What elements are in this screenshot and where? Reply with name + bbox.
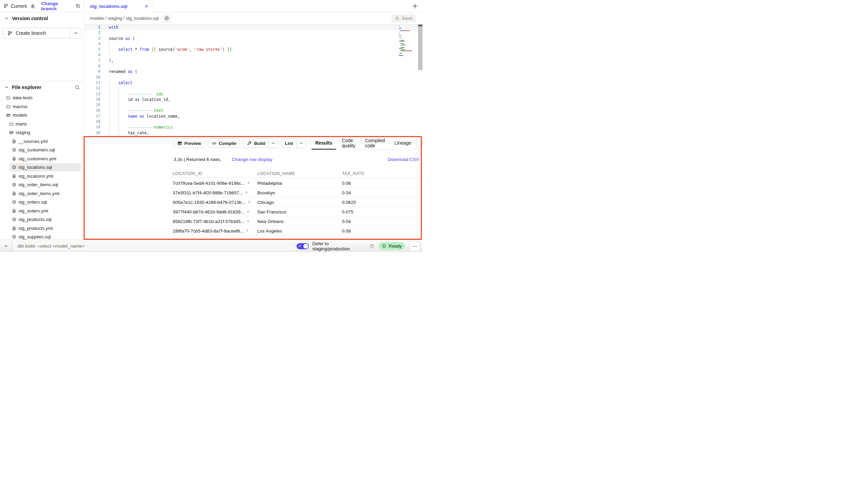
change-row-display-link[interactable]: Change row display [232,157,272,162]
file-item-stg-customers-yml[interactable]: stg_customers.yml [0,154,84,163]
doc-icon [12,209,16,213]
build-button[interactable]: Build [243,138,278,148]
code-line-13: ---------- ids [109,91,232,97]
dbt-cloud-ide: Current Change branch Version control Cr… [0,0,422,252]
create-branch-dropdown[interactable] [70,28,81,38]
code-line-8 [109,63,232,69]
status-circle-icon [382,244,386,248]
expand-chevron-icon[interactable] [245,191,248,194]
chevron-down-icon [4,16,9,21]
collapse-panel-button[interactable] [0,244,12,248]
file-item-stg-products-sql[interactable]: stg_products.sql [0,215,84,224]
new-tab-button[interactable] [412,3,418,9]
defer-toggle[interactable] [297,243,309,249]
cube-icon [12,165,16,169]
tab-compiled-code[interactable]: Compiled code [360,136,390,150]
file-item-label: stg_customers.yml [18,156,56,161]
lock-icon [31,4,35,8]
file-item-label: __sources.yml [18,139,48,144]
version-control-header[interactable]: Version control [0,12,84,25]
file-item-label: marts [16,121,27,127]
save-button[interactable]: Save [391,14,416,23]
code-line-4 [109,41,232,47]
file-item-stg-locations-sql[interactable]: stg_locations.sql [0,163,84,172]
file-explorer-title: File explorer [12,85,41,90]
expand-chevron-icon[interactable] [247,200,251,204]
file-item-models[interactable]: models [0,111,84,120]
file-tree: data-testsmacrosmodelsmartsstaging__sour… [0,93,84,241]
search-icon[interactable] [75,85,80,90]
close-icon[interactable] [144,4,149,9]
table-icon [177,141,182,146]
code-minimap[interactable] [399,25,418,56]
file-item-label: stg_orders.sql [18,199,47,205]
more-options-button[interactable] [410,241,420,251]
file-item-macros[interactable]: macros [0,102,84,111]
file-item-data-tests[interactable]: data-tests [0,93,84,102]
navigate-button[interactable] [162,14,171,23]
tab-results[interactable]: Results [311,136,337,150]
check-icon [298,244,301,248]
statusbar-divider [12,240,12,252]
file-item-label: staging [16,130,30,135]
scrollbar-thumb[interactable] [418,25,422,26]
indent-guide [109,41,110,58]
download-csv-link[interactable]: Download CSV [388,157,419,162]
build-dropdown[interactable] [269,139,278,148]
sidebar: Current Change branch Version control Cr… [0,0,84,240]
create-branch-button[interactable]: Create branch [2,28,82,39]
file-item--sources-yml[interactable]: __sources.yml [0,137,84,146]
lint-button[interactable]: Lint [281,138,306,148]
file-item-label: stg_locations.sql [18,165,52,170]
tab-code-quality[interactable]: Code quality [337,136,360,150]
file-item-label: stg_supplies.sql [18,234,51,239]
button-label: Compile [219,141,236,146]
ready-status-badge[interactable]: Ready [378,242,405,250]
button-label: Build [254,141,265,146]
preview-button[interactable]: Preview [173,138,205,148]
cube-icon [12,148,16,152]
editor-scrollbar[interactable] [418,25,422,70]
cube-icon [12,235,16,239]
compile-button[interactable]: Compile [208,138,240,148]
expand-chevron-icon[interactable] [246,219,250,223]
file-item-stg-customers-sql[interactable]: stg_customers.sql [0,146,84,154]
file-item-stg-order-items-yml[interactable]: stg_order_items.yml [0,189,84,198]
cell-tax-rate: 0.06 [342,181,422,186]
dbt-copilot-button[interactable]: dbt Copilot [416,138,422,148]
command-placeholder: dbt build --select <model_name> [17,243,85,249]
file-item-stg-order-items-sql[interactable]: stg_order_items.sql [0,180,84,189]
git-branch-icon [3,3,9,9]
command-input[interactable]: dbt build --select <model_name> [14,241,297,251]
expand-chevron-icon[interactable] [246,229,249,232]
file-item-staging[interactable]: staging [0,128,84,137]
expand-chevron-icon[interactable] [247,181,250,184]
tab-stg-locations-sql[interactable]: stg_locations.sql [85,0,153,12]
help-icon[interactable] [369,243,374,249]
file-item-marts[interactable]: marts [0,120,84,129]
code-line-12 [109,86,232,91]
file-item-stg-products-yml[interactable]: stg_products.yml [0,224,84,233]
lint-dropdown[interactable] [297,139,306,148]
expand-chevron-icon[interactable] [246,210,250,213]
code-editor[interactable]: 1234567891011121314151617181920 withsour… [85,25,422,137]
file-explorer-header[interactable]: File explorer [0,81,84,93]
cell-location-name: San Francisco [257,209,342,214]
file-item-stg-orders-sql[interactable]: stg_orders.sql [0,198,84,207]
file-item-stg-locations-yml[interactable]: stg_locations.yml [0,172,84,181]
file-item-stg-orders-yml[interactable]: stg_orders.yml [0,207,84,216]
copy-icon[interactable] [75,3,81,9]
tab-lineage[interactable]: Lineage [390,136,416,150]
change-branch-link[interactable]: Change branch [41,1,73,11]
doc-icon [12,191,16,196]
file-item-label: stg_order_items.yml [18,191,59,196]
button-label: Preview [184,141,201,146]
toggle-knob [303,244,308,249]
panel-tabs: ResultsCode qualityCompiled codeLineage … [311,136,422,150]
indent-guide [118,86,119,137]
status-bar: dbt build --select <model_name> Defer to… [0,240,422,252]
file-item-label: data-tests [13,95,32,100]
code-line-14: id as location_id, [109,97,232,102]
button-label: Lint [285,141,293,146]
code-line-17: name as location_name, [109,114,232,119]
